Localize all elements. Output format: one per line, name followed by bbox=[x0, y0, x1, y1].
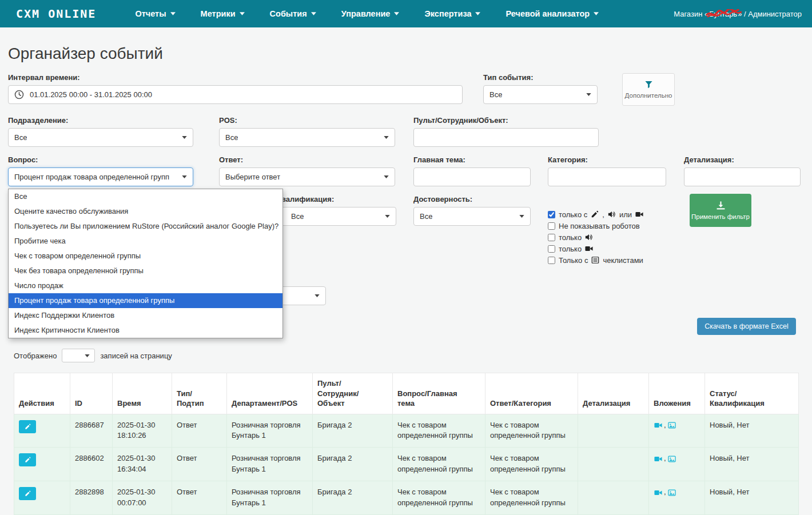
caret-icon bbox=[311, 12, 316, 15]
main-theme-input[interactable] bbox=[413, 167, 531, 186]
app-logo: CXM ONLINE bbox=[16, 7, 96, 21]
object-filter-group: Пульт/Сотрудник/Объект: bbox=[413, 116, 599, 147]
menu-item[interactable]: Экспертиза bbox=[412, 0, 493, 27]
cell-type: Ответ bbox=[172, 481, 227, 515]
additional-filters-button[interactable]: Дополнительно bbox=[622, 73, 675, 106]
filter-checkbox[interactable] bbox=[548, 257, 555, 264]
filter-checkbox[interactable] bbox=[548, 222, 555, 230]
cell-actions bbox=[14, 481, 70, 515]
caret-icon bbox=[475, 12, 480, 15]
division-select[interactable]: Все bbox=[8, 128, 193, 147]
checkbox-label: только bbox=[559, 233, 582, 242]
reliability-label: Достоверность: bbox=[413, 195, 531, 203]
cell-attachments[interactable]: , bbox=[649, 448, 705, 481]
question-option[interactable]: Индекс Поддержки Клиентов bbox=[9, 308, 282, 323]
user-store-prefix: Магазин « bbox=[674, 10, 708, 18]
attachment-checkbox-list: только с , или Не показывать роботовтоль… bbox=[548, 209, 643, 266]
cell-question: Чек с товаром определенной группы bbox=[393, 414, 485, 448]
video-icon bbox=[585, 245, 593, 253]
menu-item[interactable]: Отчеты bbox=[122, 0, 188, 27]
edit-button[interactable] bbox=[19, 487, 36, 500]
cell-actions bbox=[14, 414, 70, 448]
chevron-down-icon bbox=[586, 93, 591, 96]
apply-filter-button[interactable]: Применить фильтр bbox=[690, 194, 751, 227]
redaction-scribble-icon bbox=[706, 9, 743, 19]
column-header: ID bbox=[70, 373, 113, 414]
cell-attachments[interactable]: , bbox=[649, 481, 705, 515]
question-option[interactable]: Индекс Критичности Клиентов bbox=[9, 323, 282, 338]
table-row: 28866022025-01-30 16:34:04ОтветРозничная… bbox=[14, 448, 799, 481]
question-option[interactable]: Число продаж bbox=[9, 278, 282, 293]
chevron-down-icon bbox=[384, 175, 389, 178]
image-icon bbox=[667, 489, 676, 497]
video-icon bbox=[654, 455, 663, 463]
qualification-select[interactable]: Все bbox=[277, 207, 396, 226]
menu-item[interactable]: Управление bbox=[329, 0, 412, 27]
qualification-filter-group: Квалификация: Все bbox=[277, 195, 396, 226]
checkbox-label: чеклистами bbox=[603, 256, 643, 265]
excel-export-button[interactable]: Скачать в формате Excel bbox=[697, 318, 796, 335]
cell-department: Розничная торговля Бунтарь 1 bbox=[227, 414, 313, 448]
cell-answer: Чек с товаром определенной группы bbox=[485, 414, 578, 448]
question-option[interactable]: Чек без товара определенной группы bbox=[9, 264, 282, 278]
detail-label: Детализация: bbox=[684, 155, 801, 164]
caret-icon bbox=[594, 12, 599, 15]
question-option[interactable]: Процент продаж товара определенной групп… bbox=[9, 293, 282, 308]
event-type-select[interactable]: Все bbox=[483, 85, 598, 104]
reliability-select[interactable]: Все bbox=[413, 207, 531, 226]
cell-object: Бригада 2 bbox=[313, 414, 393, 448]
question-option[interactable]: Чек с товаром определенной группы bbox=[9, 249, 282, 264]
detail-input[interactable] bbox=[684, 167, 801, 186]
filter-checkbox-row[interactable]: только bbox=[548, 231, 643, 243]
question-option[interactable]: Оцените качество обслуживания bbox=[9, 204, 282, 219]
menu-item[interactable]: Метрики bbox=[188, 0, 257, 27]
answer-select[interactable]: Выберите ответ bbox=[219, 167, 395, 186]
category-input[interactable] bbox=[548, 167, 666, 186]
pos-select[interactable]: Все bbox=[219, 128, 395, 147]
edit-button[interactable] bbox=[19, 453, 36, 466]
image-icon bbox=[667, 455, 676, 463]
filter-checkbox-row[interactable]: Не показывать роботов bbox=[548, 220, 643, 231]
question-option[interactable]: Все bbox=[9, 189, 282, 204]
user-info[interactable]: Магазин «Бунтарь» / Администратор bbox=[674, 10, 802, 18]
column-header: Детализация bbox=[578, 373, 649, 414]
filter-checkbox-row[interactable]: Только с чеклистами bbox=[548, 254, 643, 266]
pagination-controls: Отображено записей на страницу bbox=[14, 349, 172, 362]
filter-checkbox[interactable] bbox=[548, 245, 555, 253]
filter-checkbox-row[interactable]: только bbox=[548, 243, 643, 254]
column-header: Ответ/Категория bbox=[485, 373, 578, 414]
division-filter-group: Подразделение: Все bbox=[8, 116, 193, 147]
cell-answer: Чек с товаром определенной группы bbox=[485, 448, 578, 481]
question-option[interactable]: Пользуетесь ли Вы приложением RuStore (Р… bbox=[9, 219, 282, 234]
question-option[interactable]: Пробитие чека bbox=[9, 234, 282, 249]
cell-object: Бригада 2 bbox=[313, 481, 393, 515]
object-input[interactable] bbox=[413, 128, 599, 147]
chevron-down-icon bbox=[519, 215, 524, 218]
column-header: Пульт/Сотрудник/Объект bbox=[313, 373, 393, 414]
caret-icon bbox=[240, 12, 245, 15]
column-header: Вопрос/Главнаятема bbox=[393, 373, 485, 414]
chevron-down-icon bbox=[182, 136, 187, 139]
page-size-select[interactable] bbox=[62, 349, 95, 362]
checkbox-label: или bbox=[619, 210, 632, 219]
edit-button[interactable] bbox=[19, 420, 36, 433]
menu-item[interactable]: События bbox=[257, 0, 329, 27]
cell-id: 2886687 bbox=[70, 414, 113, 448]
column-header: Время bbox=[113, 373, 172, 414]
filter-checkbox[interactable] bbox=[548, 234, 555, 241]
menu-item[interactable]: Речевой анализатор bbox=[493, 0, 611, 27]
checklist-icon bbox=[591, 256, 599, 264]
answer-label: Ответ: bbox=[219, 155, 395, 164]
caret-icon bbox=[394, 12, 399, 15]
filter-checkbox-row[interactable]: только с , или bbox=[548, 209, 643, 220]
column-header: Статус/Квалификация bbox=[705, 373, 799, 414]
interval-input[interactable] bbox=[30, 90, 456, 99]
cell-detail bbox=[578, 481, 649, 515]
question-select[interactable]: Процент продаж товара определенной групп bbox=[8, 167, 193, 186]
division-label: Подразделение: bbox=[8, 116, 193, 125]
pencil-icon bbox=[25, 424, 31, 430]
chevron-down-icon bbox=[385, 215, 390, 218]
cell-status: Новый, Нет bbox=[705, 448, 799, 481]
cell-attachments[interactable]: , bbox=[649, 414, 705, 448]
filter-checkbox[interactable] bbox=[548, 211, 555, 218]
